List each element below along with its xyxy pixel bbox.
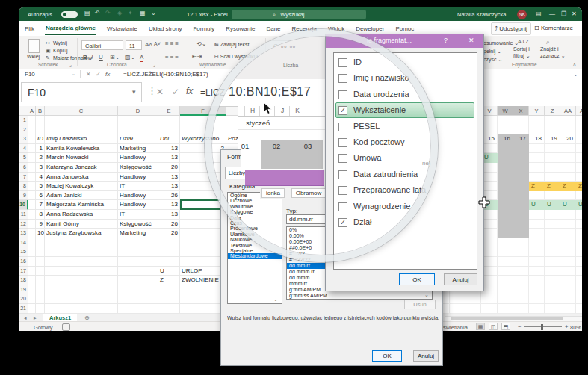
cell-E5[interactable]: 13	[158, 153, 180, 163]
cell-C9[interactable]: Adam Janicki	[45, 191, 118, 201]
cell-D14[interactable]	[118, 238, 158, 248]
cell-B19[interactable]	[36, 285, 45, 295]
cell-B3[interactable]: ID	[36, 134, 45, 144]
slicer-ok-button[interactable]: OK	[399, 273, 435, 285]
select-all-corner[interactable]	[19, 106, 28, 116]
row-header-21[interactable]: 21	[19, 304, 28, 314]
cell-E10[interactable]: 13	[158, 200, 180, 210]
ribbon-tab-rysowanie[interactable]: Rysowanie	[225, 23, 256, 34]
row-header-20[interactable]: 20	[19, 294, 28, 304]
cell-A7[interactable]	[28, 173, 36, 182]
cell-E3[interactable]: Dni	[158, 134, 180, 144]
row-header-9[interactable]: 9	[19, 191, 28, 201]
row-header-2[interactable]: 2	[19, 125, 28, 135]
scrollbar-thumb[interactable]	[451, 317, 563, 320]
row-header-14[interactable]: 14	[19, 238, 28, 248]
font-select[interactable]: Calibri	[81, 40, 123, 50]
add-sheet-icon[interactable]: ⊕	[84, 314, 90, 321]
cell-D3[interactable]: Dział	[118, 134, 158, 144]
cell-D7[interactable]: Handlowy	[118, 173, 158, 182]
redo-icon[interactable]: ↷	[105, 10, 111, 16]
cell-D18[interactable]	[118, 276, 158, 285]
sheet-prev-icon[interactable]: ◂	[24, 315, 27, 321]
cell-C18[interactable]	[45, 276, 118, 285]
copy-label[interactable]: Kopiuj	[53, 48, 67, 53]
align-left-icons[interactable]: ≡≡≡	[165, 53, 180, 60]
row-header-15[interactable]: 15	[19, 247, 28, 257]
cell-E12[interactable]: 26	[158, 220, 180, 229]
cell-C10[interactable]: Małgorzata Kamińska	[45, 200, 118, 210]
cell-B4[interactable]: 1	[36, 144, 45, 154]
cell-D1[interactable]	[118, 116, 158, 125]
clear-button[interactable]: czyść ⌄	[483, 57, 502, 63]
column-header-B[interactable]: B	[36, 106, 45, 116]
view-page-break-icon[interactable]: ⬒	[501, 323, 510, 330]
cell-E17[interactable]: U	[158, 267, 180, 276]
cell-B10[interactable]: 7	[36, 200, 45, 210]
view-normal-icon[interactable]: ▦	[476, 323, 485, 330]
cell-E9[interactable]: 26	[158, 191, 180, 201]
format-item[interactable]: g:mm:ss AM/PM	[287, 293, 432, 299]
cut-label[interactable]: Wytnij	[53, 40, 67, 46]
cell-B11[interactable]: 8	[36, 210, 45, 220]
delete-button[interactable]: Usuń	[404, 300, 436, 309]
mark-Y8[interactable]: Z	[529, 182, 545, 191]
cell-A2[interactable]	[28, 125, 36, 135]
cell-F16[interactable]	[180, 257, 226, 267]
cell-A17[interactable]	[28, 267, 36, 276]
cell-E19[interactable]	[158, 285, 180, 295]
cell-A8[interactable]	[28, 182, 36, 191]
row-header-5[interactable]: 5	[19, 153, 28, 163]
category-scroll-icon[interactable]: ⌄	[273, 297, 278, 303]
cell-D19[interactable]	[118, 285, 158, 295]
close-icon[interactable]: ✕	[572, 10, 577, 17]
cell-B13[interactable]: 10	[36, 229, 45, 238]
quick-access-more-icon[interactable]: ⌄	[151, 10, 156, 16]
czcionka-launcher-icon[interactable]: ⌟	[153, 62, 155, 68]
cell-B15[interactable]	[36, 247, 45, 257]
orientation-icon[interactable]: ⟲⌄	[196, 40, 206, 47]
ribbon-tab-pomoc[interactable]: Pomoc	[394, 23, 415, 34]
zoom-plus-icon[interactable]: +	[565, 323, 568, 330]
ribbon-tab-dane[interactable]: Dane	[265, 23, 281, 34]
schowek-launcher-icon[interactable]: ⌟	[69, 62, 72, 68]
cell-B2[interactable]	[36, 125, 45, 135]
fill-color-icon[interactable]: ▨⌄	[125, 54, 135, 61]
cell-F20[interactable]	[180, 294, 226, 304]
qa-icon-1[interactable]: ◈	[117, 10, 122, 16]
column-header-V[interactable]: V	[482, 106, 498, 116]
cell-C5[interactable]: Marcin Nowacki	[45, 153, 118, 163]
mark-AB8[interactable]: Z	[576, 182, 582, 191]
cell-E4[interactable]: 13	[158, 144, 180, 154]
mag-name-box[interactable]: F10	[21, 82, 142, 102]
column-header-Y[interactable]: Y	[529, 106, 545, 116]
row-header-7[interactable]: 7	[19, 173, 28, 182]
row-header-8[interactable]: 8	[19, 182, 28, 191]
cell-D6[interactable]: Księgowość	[118, 163, 158, 173]
column-header-X[interactable]: X	[513, 106, 529, 116]
mag-fx-icon[interactable]: fx	[186, 86, 193, 96]
cell-B20[interactable]	[36, 294, 45, 304]
cell-A4[interactable]	[28, 144, 36, 154]
mark-Z8[interactable]: Z	[545, 182, 560, 191]
ribbon-tab-uk-ad-strony[interactable]: Układ strony	[148, 23, 182, 34]
cell-C21[interactable]	[45, 304, 118, 314]
cell-B9[interactable]: 6	[36, 191, 45, 201]
cell-A1[interactable]	[28, 116, 36, 125]
column-header-W[interactable]: W	[498, 106, 513, 116]
cell-A13[interactable]	[28, 229, 36, 238]
bold-button[interactable]: B	[83, 54, 87, 61]
cell-A10[interactable]	[28, 200, 36, 210]
category-item-niestandardowe[interactable]: Niestandardowe	[228, 253, 282, 258]
cell-C17[interactable]	[45, 267, 118, 276]
cell-E18[interactable]: Z	[158, 276, 180, 285]
wrap-text-button[interactable]: ⇋ Zawijaj tekst	[214, 42, 249, 48]
cell-F18[interactable]: ZWOLNIENIE	[180, 276, 226, 285]
cell-E6[interactable]: 20	[158, 163, 180, 173]
cell-E15[interactable]	[158, 247, 180, 257]
cell-F13[interactable]	[180, 229, 226, 238]
mark-AA10[interactable]: U	[560, 200, 576, 210]
cell-E20[interactable]	[158, 294, 180, 304]
format-ok-button[interactable]: OK	[372, 350, 402, 362]
save-icon[interactable]: ▤	[84, 10, 90, 16]
